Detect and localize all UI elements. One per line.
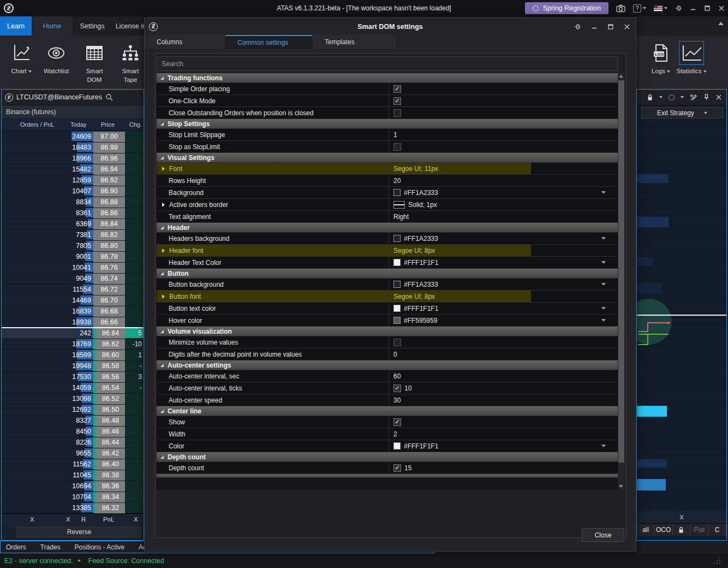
setting-value[interactable]: Solid; 1px (389, 199, 618, 210)
price-cell[interactable]: 86.76 (93, 263, 125, 273)
setting-value[interactable]: Segoe UI; 11px (389, 163, 618, 174)
footer-button-all[interactable]: all (637, 524, 655, 536)
checkbox[interactable] (393, 143, 401, 151)
ribbon-tab-home[interactable]: Home (32, 16, 73, 36)
tool-smart-tape[interactable]: SmartTape (114, 39, 147, 86)
price-cell[interactable]: 86.66 (93, 317, 125, 328)
dropdown-caret-icon[interactable] (601, 191, 606, 194)
language-flag-icon[interactable] (654, 5, 667, 11)
col-chg[interactable]: Chg. (129, 121, 142, 128)
dialog-tab-common-settings[interactable]: Common settings (225, 35, 313, 49)
dom-row-86.98[interactable]: 1848386.98 (2, 142, 144, 153)
dom-row-86.54[interactable]: 1405986.54- (2, 382, 144, 393)
dom-row-86.42[interactable]: 965586.42 (2, 448, 144, 459)
section-center-line[interactable]: Center line (157, 406, 618, 416)
expand-arrow-icon[interactable] (162, 203, 165, 207)
help-icon[interactable]: ? (633, 4, 646, 13)
status-circle-icon[interactable] (669, 94, 675, 100)
setting-auto-center-interval-sec[interactable]: Auto-center interval, sec60 (157, 370, 618, 382)
price-cell[interactable]: 86.98 (93, 143, 125, 153)
price-cell[interactable]: 86.36 (93, 481, 125, 492)
setting-minimize-volume-values[interactable]: Minimize volume values (157, 336, 618, 348)
symbol-search-icon[interactable] (105, 93, 113, 101)
color-swatch[interactable] (393, 259, 401, 266)
tool-smart-dom[interactable]: SmartDOM (77, 39, 111, 86)
setting-color[interactable]: Color#FFF1F1F1 (157, 440, 618, 452)
close-icon[interactable] (718, 5, 725, 11)
checkbox[interactable] (393, 109, 401, 117)
setting-simple-order-placing[interactable]: Simple Order placing✓ (157, 83, 618, 95)
settings-scrollbar[interactable] (618, 73, 625, 489)
server-status-caret[interactable] (77, 560, 81, 562)
setting-button-text-color[interactable]: Button text color#FFF1F1F1 (157, 303, 618, 315)
dialog-close-button[interactable]: Close (582, 528, 624, 542)
price-cell[interactable]: 86.94 (93, 164, 125, 175)
price-cell[interactable]: 86.44 (93, 437, 125, 448)
checkbox[interactable]: ✓ (393, 97, 401, 105)
color-swatch[interactable] (393, 317, 401, 324)
dom-row-87.00[interactable]: 2460987.00 (2, 131, 144, 142)
bottom-tab-positions-active[interactable]: Positions - Active (75, 543, 124, 551)
section-trading-functions[interactable]: Trading functions (157, 73, 618, 83)
price-cell[interactable]: 86.90 (93, 186, 125, 197)
exit-strategy-dropdown[interactable]: Exit Strategy (641, 107, 723, 119)
price-cell[interactable]: 86.72 (93, 285, 125, 295)
lock-icon[interactable] (673, 524, 691, 536)
footer-button-oco[interactable]: OCO (655, 524, 673, 536)
section-header[interactable]: Header (157, 223, 618, 233)
dom-row-86.68[interactable]: 1683986.68 (2, 306, 144, 317)
price-cell[interactable]: 86.68 (93, 306, 125, 317)
dom-row-86.34[interactable]: 1070486.34 (2, 492, 144, 502)
expand-arrow-icon[interactable] (162, 167, 165, 171)
price-cell[interactable]: 86.86 (93, 208, 125, 218)
color-swatch[interactable] (393, 281, 401, 288)
setting-value[interactable]: Right (389, 211, 618, 222)
dom-row-86.70[interactable]: 1446986.70 (2, 295, 144, 306)
dropdown-caret-icon[interactable] (601, 237, 606, 240)
section-auto-center-settings[interactable]: Auto-center settings (157, 360, 618, 370)
price-cell[interactable]: 86.56 (93, 372, 125, 382)
dom-row-86.82[interactable]: 738186.82 (2, 229, 144, 240)
dom-row-86.48[interactable]: 832786.48 (2, 415, 144, 426)
dom-row-86.94[interactable]: 1548286.94 (2, 164, 144, 175)
dom-row-86.56[interactable]: 1753086.563 (2, 371, 144, 382)
dialog-close-icon[interactable] (624, 23, 630, 30)
dialog-maximize-icon[interactable] (607, 23, 614, 30)
dropdown-caret-icon[interactable] (601, 319, 606, 322)
footer-button-c[interactable]: C (708, 524, 726, 536)
col-price[interactable]: Price (101, 121, 115, 128)
dom-exchange[interactable]: Binance (futures) (2, 105, 144, 119)
dom-row-86.74[interactable]: 904986.74 (2, 273, 144, 284)
color-swatch[interactable] (393, 442, 401, 449)
setting-header-font[interactable]: Header fontSegoe UI; 8px (157, 245, 618, 257)
dom-row-86.62[interactable]: 1876986.62-10 (2, 339, 144, 350)
dom-footer-cell-2[interactable]: R (81, 516, 86, 523)
dom-row-86.38[interactable]: 1104586.38 (2, 470, 144, 481)
price-cell[interactable]: 86.70 (93, 295, 125, 306)
setting-value[interactable]: 2 (389, 428, 618, 440)
tool-statistics[interactable]: Statistics (675, 39, 708, 86)
col-orders-pnl[interactable]: Orders / PnL (20, 121, 54, 128)
setting-one-click-mode[interactable]: One-Click Mode✓ (157, 95, 618, 107)
section-stop-settings[interactable]: Stop Settings (157, 119, 618, 129)
bottom-tab-orders[interactable]: Orders (6, 543, 26, 551)
setting-background[interactable]: Background#FF1A2333 (157, 187, 618, 199)
price-cell[interactable]: 86.84 (93, 219, 125, 229)
ribbon-tab-settings[interactable]: Settings (73, 16, 112, 36)
price-cell[interactable]: 86.74 (93, 274, 125, 284)
setting-show[interactable]: Show✓ (157, 416, 618, 428)
ribbon-tab-learn[interactable]: Learn (0, 16, 32, 36)
setting-text-alignment[interactable]: Text alignmentRight (157, 211, 618, 223)
dom-row-86.96[interactable]: 1896686.96 (2, 153, 144, 164)
pin-icon[interactable] (675, 5, 682, 11)
dialog-tab-columns[interactable]: Columns (145, 35, 225, 49)
price-cell[interactable]: 86.34 (93, 492, 125, 502)
setting-value[interactable]: #FFF1F1F1 (389, 257, 618, 268)
dom-footer-cell-3[interactable]: PnL (103, 516, 114, 523)
price-cell[interactable]: 86.48 (93, 416, 125, 426)
dom-row-86.72[interactable]: 1155486.72 (2, 284, 144, 295)
resize-grip[interactable] (714, 557, 720, 564)
maximize-icon[interactable] (704, 5, 711, 11)
tool-watchlist[interactable]: Watchlist (39, 39, 73, 86)
price-cell[interactable]: 86.82 (93, 230, 125, 240)
